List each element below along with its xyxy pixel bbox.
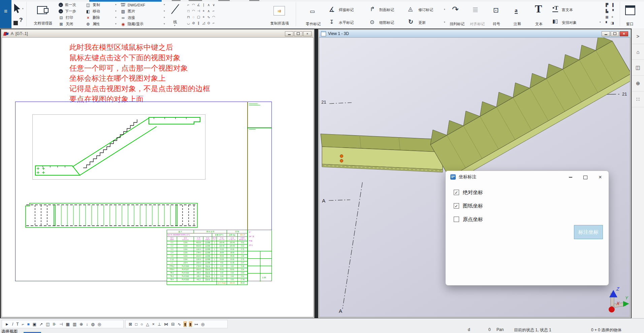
annotation-label[interactable]: 注释 (510, 22, 525, 27)
revision-mark-label[interactable]: 修订标记 (418, 7, 433, 12)
dropdown-caret[interactable]: ▾ (115, 16, 117, 19)
sketch-tool-icon[interactable]: ∥ (196, 20, 201, 26)
selection-switch-icon[interactable]: ◫ (46, 322, 50, 326)
object-setting-icon[interactable]: ▙ (604, 8, 610, 14)
drawing-coordinates-checkbox[interactable]: ✓ 图纸坐标 (454, 199, 483, 213)
snap-switch-icon[interactable]: □ (135, 322, 137, 326)
arrange-marks-label[interactable]: 排列标记 (448, 22, 466, 27)
dialog-close-button[interactable]: × (595, 174, 605, 181)
sketch-tool-icon[interactable]: □ (186, 8, 191, 14)
document-manager-label[interactable]: 文档管理器 (30, 21, 56, 26)
sketch-tool-icon[interactable]: ◠ (211, 14, 216, 20)
arrange-marks-icon[interactable]: ↷ (452, 5, 459, 14)
align-marks-icon[interactable]: ≣ (472, 5, 478, 14)
detail-mark-label[interactable]: 细部标记 (379, 20, 394, 25)
drawing-canvas[interactable]: 此时我在模型区域鼠标中键之后鼠标左键点击这个下面的视图对象任意一个即可，点击那一… (2, 37, 314, 317)
move-button[interactable]: ◧移动 (86, 8, 123, 14)
library-icon[interactable]: ⌂ (632, 44, 644, 60)
elevation-view[interactable] (32, 114, 205, 180)
sketch-tool-icon[interactable]: ◠ (191, 2, 196, 8)
window-menu-icon[interactable] (625, 5, 635, 15)
annotate-coordinates-button[interactable]: 标注坐标 (574, 225, 603, 239)
bolt-marker[interactable] (340, 159, 343, 162)
dropdown-caret[interactable]: ▾ (444, 8, 445, 11)
bolt-marker[interactable] (340, 155, 343, 158)
sketch-tool-icon[interactable]: ⌐ (186, 2, 191, 8)
level-mark-icon[interactable]: ↧ (329, 19, 334, 25)
sketch-tool-icon[interactable]: ⌐ (211, 8, 216, 14)
status-pan[interactable]: Pan (496, 327, 504, 332)
picture-button[interactable]: ▨图片 (121, 8, 161, 14)
sketch-tool-icon[interactable]: + (201, 8, 206, 14)
dropdown-caret[interactable]: ▾ (174, 24, 175, 27)
line-tool-icon[interactable] (171, 4, 179, 14)
origin-coordinates-checkbox[interactable]: 原点坐标 (454, 213, 483, 226)
menu-button[interactable]: ≡ (0, 0, 11, 28)
drawing-window-titlebar[interactable]: A [GT-.1] × (2, 30, 314, 37)
sketch-tool-icon[interactable]: ⊙ (206, 20, 211, 26)
selection-switch-icon[interactable]: ⊣ (59, 322, 63, 326)
sketch-tool-icon[interactable]: ∠ (196, 2, 201, 8)
minimize-button[interactable] (285, 31, 293, 36)
help-icon[interactable]: ? (19, 17, 23, 24)
web-viewer-icon[interactable]: ⊕ (632, 76, 644, 91)
snap-switch-icon[interactable]: △ (146, 322, 149, 326)
checkbox[interactable]: ✓ (454, 203, 459, 209)
checkbox[interactable]: ✓ (454, 190, 459, 195)
dropdown-caret[interactable]: ▾ (164, 23, 165, 25)
symbol-label[interactable]: 符号 (489, 22, 504, 27)
tab-hint[interactable] (189, 0, 202, 1)
restore-button[interactable] (611, 31, 619, 36)
sketch-tool-icon[interactable]: ◡ (186, 20, 191, 26)
selection-switch-icon[interactable]: ▣ (33, 322, 36, 326)
properties-button[interactable]: ⚙属性 (86, 21, 123, 27)
dwg-dxf-button[interactable]: DWG DXFDWG/DXF (121, 2, 161, 8)
level-mark-label[interactable]: 水平标记 (339, 20, 354, 25)
part-mark-label[interactable]: 零件标记 (305, 22, 321, 27)
snap-switch-icon[interactable]: ◎ (201, 322, 204, 326)
dropdown-caret[interactable]: ▾ (600, 21, 601, 24)
sketch-tool-icon[interactable]: ∨ (211, 2, 216, 8)
snap-switch-icon[interactable]: ▮ (184, 322, 186, 326)
selection-switch-icon[interactable]: ↗ (39, 322, 43, 326)
line-tool-label[interactable]: 线 (169, 20, 181, 25)
selection-switch-icon[interactable]: ◎ (98, 322, 101, 326)
dropdown-caret[interactable]: ▾ (164, 10, 165, 12)
arrange-objects-label[interactable]: 安排对象 (562, 20, 577, 25)
dialog-maximize-button[interactable] (580, 174, 590, 181)
close-button[interactable]: × (620, 31, 628, 36)
select-cursor-icon[interactable] (13, 4, 21, 14)
copy-button[interactable]: ◫复制 (86, 2, 123, 8)
selection-switch-icon[interactable]: ⌐ (22, 322, 24, 326)
copy-selected-label[interactable]: 复制所选项 (267, 21, 292, 26)
selection-switch-icon[interactable]: ■ (27, 322, 30, 326)
annotation-icon[interactable]: a (515, 7, 518, 14)
weld-mark-label[interactable]: 焊接标记 (339, 7, 354, 12)
detail-mark-icon[interactable]: ⊙ (370, 19, 374, 25)
snap-switch-icon[interactable]: ↦ (195, 322, 198, 326)
sketch-tool-icon[interactable]: + (201, 14, 206, 20)
window-menu-label[interactable]: 窗口 (623, 22, 637, 27)
selection-switch-icon[interactable]: / (12, 322, 13, 326)
layout-panel-icon[interactable]: ◫ (632, 60, 644, 76)
revision-mark-icon[interactable]: ◬ (408, 5, 413, 12)
object-setting-icon[interactable]: ▘ (604, 20, 610, 26)
select-dropdown-caret[interactable]: ▾ (22, 7, 24, 10)
sketch-tool-icon[interactable]: ◠ (191, 8, 196, 14)
delete-button[interactable]: ×删除 (86, 14, 123, 21)
tab-hint[interactable] (218, 0, 230, 1)
dropdown-caret[interactable]: ▾ (164, 3, 165, 6)
sketch-tool-icon[interactable]: ∧ (206, 8, 211, 14)
restore-button[interactable] (294, 31, 302, 36)
snap-switch-icon[interactable]: ▮ (189, 322, 192, 326)
sketch-tool-icon[interactable]: ◌ (191, 14, 196, 20)
text-tool-label[interactable]: 文本 (532, 22, 546, 27)
absolute-coordinates-checkbox[interactable]: ✓ 绝对坐标 (454, 186, 483, 199)
selection-switch-icon[interactable]: ▦ (66, 322, 70, 326)
sketch-tool-icon[interactable]: ⊓ (186, 14, 191, 20)
rich-text-icon[interactable]: •T (552, 5, 558, 12)
update-label[interactable]: 更新 (418, 20, 426, 25)
swatch-icon[interactable] (13, 21, 18, 25)
object-setting-icon[interactable]: + (610, 14, 615, 20)
dialog-minimize-button[interactable] (566, 174, 576, 181)
